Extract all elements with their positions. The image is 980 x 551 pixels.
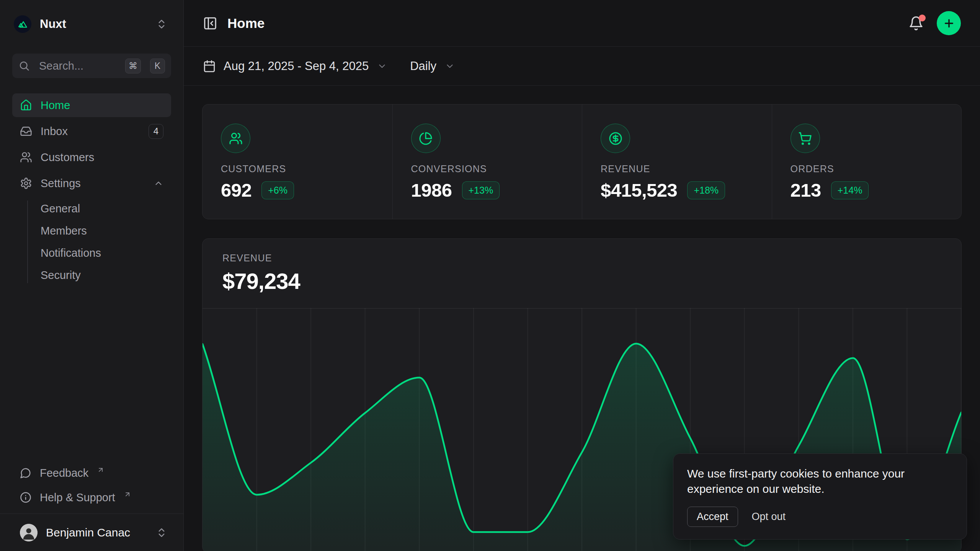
calendar-icon xyxy=(203,60,216,73)
arrow-up-right-icon xyxy=(124,491,131,498)
filter-toolbar: Aug 21, 2025 - Sep 4, 2025 Daily xyxy=(184,47,980,86)
stat-value: $415,523 xyxy=(601,179,677,201)
sidebar-item-inbox[interactable]: Inbox 4 xyxy=(12,119,171,143)
stat-value: 213 xyxy=(791,179,821,201)
kbd-cmd: ⌘ xyxy=(125,59,141,73)
sidebar: Nuxt Search... ⌘ K Home Inbox 4 xyxy=(0,0,184,551)
workspace-switcher[interactable]: Nuxt xyxy=(12,13,171,35)
chevron-down-icon xyxy=(377,61,387,71)
search-input[interactable]: Search... ⌘ K xyxy=(12,54,171,78)
info-icon xyxy=(20,492,31,503)
panel-left-close-icon xyxy=(203,16,217,31)
pie-chart-icon xyxy=(411,124,441,153)
chart-title: REVENUE xyxy=(222,253,941,264)
search-placeholder: Search... xyxy=(39,60,116,72)
accept-button[interactable]: Accept xyxy=(687,507,738,527)
users-icon xyxy=(221,124,250,153)
inbox-icon xyxy=(20,125,32,137)
settings-submenu: General Members Notifications Security xyxy=(12,197,171,286)
chevron-down-icon xyxy=(445,61,455,71)
sidebar-nav: Home Inbox 4 Customers Settings xyxy=(12,93,171,195)
stat-conversions[interactable]: CONVERSIONS 1986 +13% xyxy=(392,104,582,219)
chart-headline-value: $79,234 xyxy=(222,268,941,294)
sidebar-footer-nav: Feedback Help & Support xyxy=(12,461,171,510)
stat-value: 692 xyxy=(221,179,252,201)
inbox-count-badge: 4 xyxy=(149,124,163,139)
sidebar-item-home[interactable]: Home xyxy=(12,93,171,117)
page-title: Home xyxy=(227,16,265,31)
submenu-label: Members xyxy=(41,225,87,237)
arrow-up-right-icon xyxy=(97,466,105,474)
sidebar-item-settings[interactable]: Settings xyxy=(12,171,171,195)
kbd-k: K xyxy=(150,59,165,73)
stat-label: CUSTOMERS xyxy=(221,163,374,174)
stat-delta-badge: +14% xyxy=(831,181,869,199)
message-circle-icon xyxy=(20,467,31,479)
workspace-name: Nuxt xyxy=(40,17,147,31)
stat-revenue[interactable]: REVENUE $415,523 +18% xyxy=(582,104,772,219)
chevrons-up-down-icon xyxy=(156,527,167,538)
user-name: Benjamin Canac xyxy=(46,526,147,539)
stat-delta-badge: +6% xyxy=(261,181,294,199)
granularity-select[interactable]: Daily xyxy=(410,59,455,73)
notification-dot xyxy=(919,15,926,21)
stat-label: REVENUE xyxy=(601,163,753,174)
search-icon xyxy=(18,60,30,72)
date-range-value: Aug 21, 2025 - Sep 4, 2025 xyxy=(224,59,369,73)
stat-value: 1986 xyxy=(411,179,452,201)
stat-label: CONVERSIONS xyxy=(411,163,564,174)
sidebar-item-label: Settings xyxy=(41,177,81,190)
stats-summary-card: CUSTOMERS 692 +6% CONVERSIONS 1986 +13% xyxy=(202,104,962,219)
header-actions xyxy=(908,11,961,35)
sidebar-item-security[interactable]: Security xyxy=(12,264,171,286)
plus-icon xyxy=(943,17,955,29)
footer-item-label: Feedback xyxy=(40,467,88,479)
footer-item-label: Help & Support xyxy=(40,491,115,504)
shopping-cart-icon xyxy=(791,124,820,153)
user-menu[interactable]: Benjamin Canac xyxy=(12,514,171,551)
stat-label: ORDERS xyxy=(791,163,943,174)
sidebar-item-label: Inbox xyxy=(41,125,68,138)
sidebar-item-members[interactable]: Members xyxy=(12,220,171,242)
home-icon xyxy=(20,99,32,111)
sidebar-item-customers[interactable]: Customers xyxy=(12,145,171,169)
submenu-label: Notifications xyxy=(41,247,101,259)
chart-header: REVENUE $79,234 xyxy=(203,239,961,294)
submenu-label: General xyxy=(41,202,80,215)
sidebar-item-help-support[interactable]: Help & Support xyxy=(12,485,171,510)
cookie-message: We use first-party cookies to enhance yo… xyxy=(687,466,928,497)
sidebar-item-label: Customers xyxy=(41,151,94,164)
stat-delta-badge: +18% xyxy=(687,181,725,199)
page-header: Home xyxy=(184,0,980,47)
cookie-banner: We use first-party cookies to enhance yo… xyxy=(673,453,967,540)
nuxt-logo-icon xyxy=(14,15,31,33)
chevron-up-icon xyxy=(154,178,163,188)
cookie-actions: Accept Opt out xyxy=(687,507,953,527)
gear-icon xyxy=(20,177,32,189)
sidebar-item-general[interactable]: General xyxy=(12,197,171,220)
circle-dollar-icon xyxy=(601,124,630,153)
stat-customers[interactable]: CUSTOMERS 692 +6% xyxy=(203,104,392,219)
granularity-value: Daily xyxy=(410,59,436,73)
sidebar-item-notifications[interactable]: Notifications xyxy=(12,242,171,264)
sidebar-item-feedback[interactable]: Feedback xyxy=(12,461,171,485)
add-button[interactable] xyxy=(937,11,961,35)
avatar xyxy=(20,524,38,541)
stat-orders[interactable]: ORDERS 213 +14% xyxy=(772,104,962,219)
submenu-label: Security xyxy=(41,269,81,282)
date-range-picker[interactable]: Aug 21, 2025 - Sep 4, 2025 xyxy=(203,59,387,73)
notifications-button[interactable] xyxy=(908,16,924,31)
sidebar-collapse-button[interactable] xyxy=(203,16,217,31)
opt-out-button[interactable]: Opt out xyxy=(750,507,787,527)
chevrons-up-down-icon xyxy=(156,18,167,30)
sidebar-spacer xyxy=(12,286,171,461)
stat-delta-badge: +13% xyxy=(462,181,500,199)
sidebar-item-label: Home xyxy=(41,99,70,112)
users-icon xyxy=(20,151,32,163)
